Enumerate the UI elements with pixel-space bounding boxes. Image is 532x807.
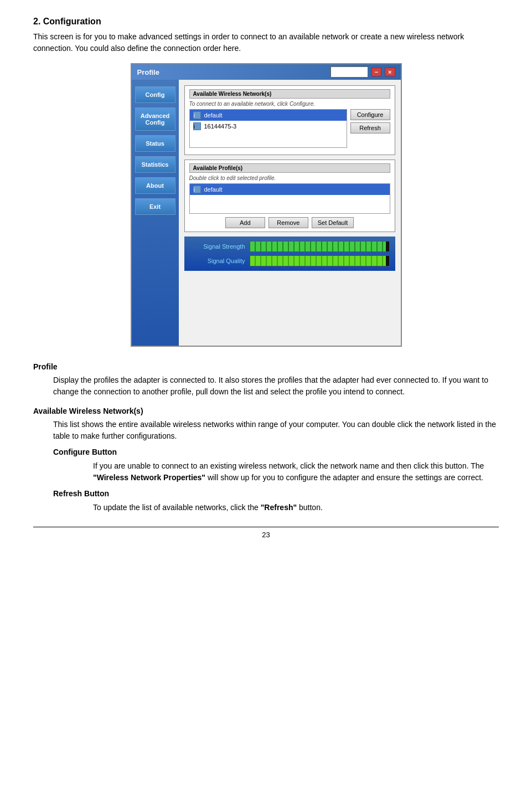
page-divider <box>33 527 499 527</box>
minimize-btn[interactable]: − <box>371 68 381 76</box>
network-item-2[interactable]: i 16144475-3 <box>190 121 347 132</box>
signal-quality-label: Signal Quality <box>190 258 245 264</box>
sidebar-about[interactable]: About <box>135 177 175 194</box>
app-titlebar: Profile default ▼ − × <box>132 64 401 80</box>
wireless-section: Available Wireless Network(s) To connect… <box>184 85 395 155</box>
signal-quality-row: Signal Quality <box>190 255 390 266</box>
dropdown-arrow-icon: ▼ <box>360 69 365 75</box>
configure-btn-doc-body: If you are unable to connect to an exist… <box>93 460 499 484</box>
page-heading: 2. Configuration <box>33 17 499 27</box>
wireless-doc-section: Available Wireless Network(s) This list … <box>33 407 499 513</box>
sidebar-advanced-config[interactable]: Advanced Config <box>135 107 175 131</box>
network-name-default: default <box>204 112 223 119</box>
remove-button[interactable]: Remove <box>268 217 308 228</box>
profile-list[interactable]: i default <box>189 183 390 214</box>
network-item-default[interactable]: i default <box>190 110 347 121</box>
profile-section: Available Profile(s) Double click to edi… <box>184 160 395 232</box>
sidebar-config[interactable]: Config <box>135 86 175 103</box>
profile-doc-section: Profile Display the profiles the adapter… <box>33 362 499 398</box>
app-sidebar: Config Advanced Config Status Statistics… <box>132 80 179 346</box>
set-default-button[interactable]: Set Default <box>312 217 354 228</box>
network-icon: i <box>193 111 201 119</box>
refresh-btn-doc-body: To update the list of available networks… <box>93 502 499 513</box>
profile-icon: i <box>193 186 201 193</box>
wireless-doc-body: This list shows the entire available wir… <box>53 419 499 513</box>
app-main: Available Wireless Network(s) To connect… <box>179 80 401 346</box>
network-row: i default i 16144475-3 Configure <box>189 109 390 151</box>
profile-name-default: default <box>204 186 223 193</box>
profile-btn-row: Add Remove Set Default <box>189 217 390 228</box>
configure-button[interactable]: Configure <box>350 109 390 120</box>
sidebar-exit[interactable]: Exit <box>135 198 175 215</box>
network-list-area: i default i 16144475-3 <box>189 109 347 151</box>
refresh-btn-doc-title: Refresh Button <box>53 488 499 500</box>
profile-section-title: Available Profile(s) <box>189 163 390 173</box>
profile-doc-body: Display the profiles the adapter is conn… <box>53 374 499 398</box>
signal-strength-fill <box>250 241 386 251</box>
signal-section: Signal Strength Signal Quality <box>184 237 395 271</box>
profile-doc-title: Profile <box>33 362 499 371</box>
sidebar-status[interactable]: Status <box>135 135 175 152</box>
wireless-btn-group: Configure Refresh <box>350 109 390 133</box>
signal-quality-bar <box>250 255 390 266</box>
app-title: Profile <box>137 68 159 76</box>
page-number: 23 <box>33 531 499 539</box>
profile-item-default[interactable]: i default <box>190 184 390 195</box>
app-window: Profile default ▼ − × Config Advanced Co… <box>131 63 402 347</box>
wireless-description: To connect to an available network, clic… <box>189 101 390 107</box>
app-body: Config Advanced Config Status Statistics… <box>132 80 401 346</box>
screenshot-container: Profile default ▼ − × Config Advanced Co… <box>33 63 499 347</box>
wireless-doc-title: Available Wireless Network(s) <box>33 407 499 415</box>
sidebar-statistics[interactable]: Statistics <box>135 156 175 173</box>
network-icon-2: i <box>193 122 201 130</box>
profile-description: Double click to edit selected profile. <box>189 175 390 181</box>
close-btn[interactable]: × <box>385 68 395 76</box>
network-list[interactable]: i default i 16144475-3 <box>189 109 347 148</box>
signal-quality-fill <box>250 256 386 266</box>
configure-btn-doc-title: Configure Button <box>53 446 499 458</box>
signal-strength-row: Signal Strength <box>190 241 390 252</box>
wireless-section-title: Available Wireless Network(s) <box>189 89 390 99</box>
add-button[interactable]: Add <box>225 217 265 228</box>
titlebar-right: default ▼ − × <box>330 66 395 78</box>
intro-text: This screen is for you to make advanced … <box>33 31 499 54</box>
network-name-2: 16144475-3 <box>204 123 237 130</box>
signal-strength-label: Signal Strength <box>190 243 245 250</box>
profile-dropdown[interactable]: default ▼ <box>330 66 368 78</box>
refresh-button[interactable]: Refresh <box>350 122 390 133</box>
signal-strength-bar <box>250 241 390 252</box>
